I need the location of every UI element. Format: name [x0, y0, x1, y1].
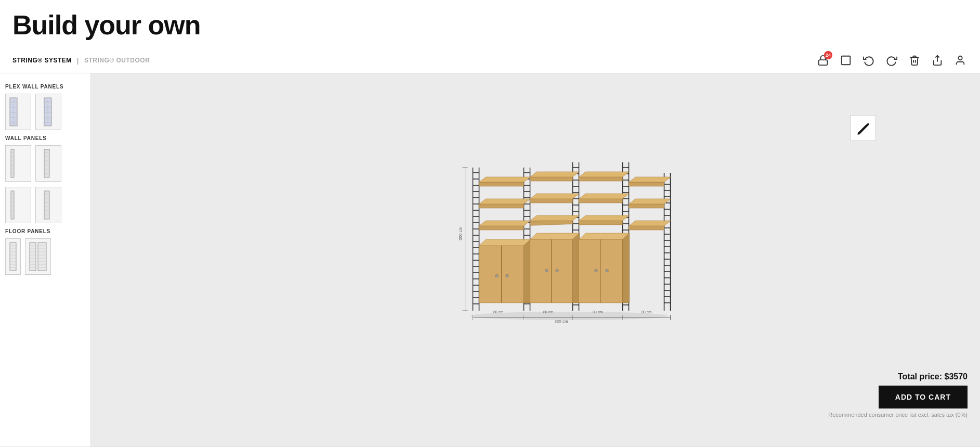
svg-text:80 cm: 80 cm — [493, 310, 503, 314]
svg-marker-205 — [530, 194, 580, 199]
page-title: Build your own — [0, 0, 980, 48]
wall-panels-label: WALL PANELS — [5, 135, 85, 141]
svg-marker-215 — [629, 177, 671, 182]
svg-rect-200 — [479, 226, 524, 230]
svg-marker-211 — [579, 194, 630, 199]
svg-rect-212 — [579, 221, 623, 225]
svg-text:320 cm: 320 cm — [554, 319, 568, 324]
nav-links: STRING® SYSTEM | STRING® OUTDOOR — [12, 57, 150, 65]
svg-text:80 cm: 80 cm — [642, 310, 651, 314]
svg-marker-197 — [479, 177, 531, 182]
svg-point-231 — [556, 269, 559, 272]
wall-panel-4[interactable] — [35, 187, 61, 223]
svg-marker-219 — [629, 221, 671, 226]
wall-panels-row-2 — [5, 187, 85, 223]
redo-icon[interactable] — [884, 53, 899, 68]
nav-string-outdoor[interactable]: STRING® OUTDOOR — [84, 57, 150, 64]
canvas-area: 200 cm 320 cm 80 cm 80 cm 80 cm 80 cm To… — [91, 73, 980, 446]
svg-rect-216 — [629, 204, 664, 208]
tax-note: Recommended consumer price list excl. sa… — [828, 412, 968, 418]
svg-marker-201 — [479, 221, 531, 226]
floor-panels-row — [5, 238, 85, 275]
nav-string-system[interactable]: STRING® SYSTEM — [12, 57, 72, 64]
svg-rect-218 — [629, 226, 664, 230]
nav-separator: | — [77, 57, 79, 65]
svg-text:80 cm: 80 cm — [593, 310, 603, 314]
add-to-cart-button[interactable]: ADD TO CART — [879, 386, 968, 408]
svg-rect-202 — [530, 177, 573, 181]
svg-marker-207 — [530, 215, 580, 221]
plex-panel-1[interactable] — [5, 94, 31, 130]
total-price: Total price: $3570 — [828, 372, 968, 381]
svg-marker-213 — [579, 215, 630, 221]
svg-rect-210 — [579, 199, 623, 203]
svg-rect-0 — [819, 60, 828, 65]
plex-panel-2[interactable] — [35, 94, 61, 130]
svg-marker-209 — [579, 172, 630, 177]
shelving-3d: 200 cm 320 cm 80 cm 80 cm 80 cm 80 cm — [458, 157, 681, 324]
delete-icon[interactable] — [907, 53, 922, 68]
share-icon[interactable] — [930, 53, 945, 68]
svg-point-3 — [958, 56, 962, 60]
svg-marker-227 — [530, 233, 580, 239]
svg-point-225 — [506, 274, 509, 277]
top-nav: STRING® SYSTEM | STRING® OUTDOOR 24 — [0, 48, 980, 73]
svg-rect-198 — [479, 204, 524, 208]
user-icon[interactable] — [953, 53, 968, 68]
svg-rect-208 — [579, 177, 623, 181]
lock-badge: 24 — [824, 51, 832, 59]
left-panel: PLEX WALL PANELS — [0, 73, 91, 446]
price-area: Total price: $3570 ADD TO CART Recommend… — [828, 372, 968, 418]
svg-point-237 — [606, 269, 609, 272]
floor-panel-1[interactable] — [5, 238, 21, 275]
lock-icon[interactable]: 24 — [816, 53, 830, 68]
svg-text:200 cm: 200 cm — [458, 226, 463, 240]
svg-marker-233 — [579, 233, 630, 239]
toolbar-icons: 24 — [816, 53, 968, 68]
svg-rect-64 — [38, 242, 46, 271]
svg-rect-196 — [479, 182, 524, 186]
wall-panel-2[interactable] — [35, 145, 61, 182]
svg-marker-199 — [479, 199, 531, 204]
svg-marker-222 — [524, 239, 531, 303]
svg-marker-221 — [479, 239, 531, 246]
svg-rect-55 — [30, 242, 36, 271]
wall-panel-1[interactable] — [5, 145, 31, 182]
pencil-tool[interactable] — [850, 115, 876, 141]
frame-icon[interactable] — [839, 53, 853, 68]
undo-icon[interactable] — [861, 53, 876, 68]
svg-rect-204 — [530, 199, 573, 203]
wall-panels-row-1 — [5, 145, 85, 182]
plex-wall-panels-label: PLEX WALL PANELS — [5, 84, 85, 90]
svg-marker-234 — [623, 233, 630, 303]
floor-panels-label: FLOOR PANELS — [5, 228, 85, 234]
svg-text:80 cm: 80 cm — [543, 310, 553, 314]
svg-rect-214 — [629, 182, 664, 186]
floor-panel-2[interactable] — [25, 238, 51, 275]
wall-panel-3[interactable] — [5, 187, 31, 223]
svg-rect-1 — [842, 56, 851, 65]
svg-point-236 — [595, 269, 598, 272]
svg-marker-228 — [573, 233, 580, 303]
svg-point-230 — [545, 269, 548, 272]
svg-point-224 — [495, 274, 499, 277]
svg-marker-217 — [629, 199, 671, 204]
main-area: PLEX WALL PANELS — [0, 73, 980, 446]
plex-wall-panels-row — [5, 94, 85, 130]
svg-marker-203 — [530, 172, 580, 177]
svg-rect-46 — [10, 242, 16, 271]
